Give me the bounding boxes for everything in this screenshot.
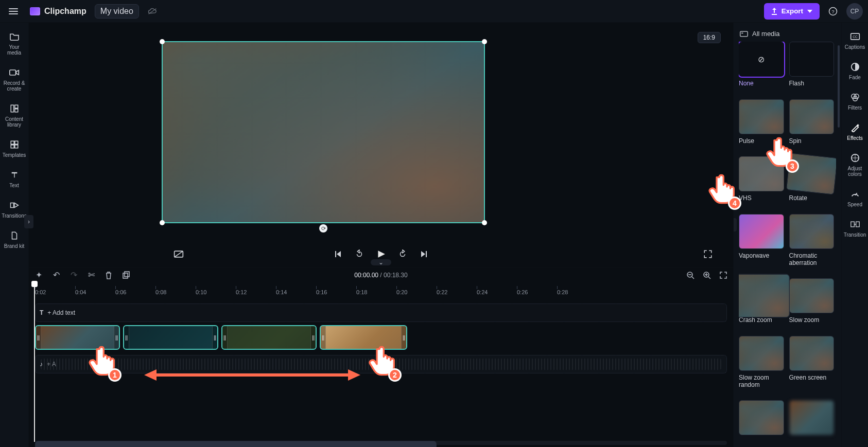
effect-green-screen[interactable]: Green screen: [789, 336, 835, 396]
clip-trim-right[interactable]: ||: [310, 326, 316, 349]
resize-handle-tr[interactable]: [482, 39, 487, 44]
svg-rect-34: [850, 222, 854, 227]
undo-icon[interactable]: ↶: [50, 270, 62, 281]
zoom-in-icon[interactable]: [701, 270, 713, 281]
effect-label: Rotate: [789, 194, 835, 202]
text-track[interactable]: T + Add text: [35, 303, 727, 322]
effect-thumb: [789, 99, 835, 134]
preview-stage: 16:9 ⟳: [29, 23, 733, 264]
effect-slow-zoom-random[interactable]: Slow zoom random: [739, 336, 784, 396]
svg-rect-10: [11, 145, 14, 148]
effect-vaporwave[interactable]: Vaporwave: [739, 214, 784, 274]
timeline-collapse: ⌄: [29, 259, 733, 265]
clip-2[interactable]: || ||: [123, 325, 218, 350]
tutorial-pointer-4: 4: [707, 174, 736, 205]
effect-more-2[interactable]: [789, 400, 835, 442]
effect-spin[interactable]: Spin: [789, 99, 835, 152]
avatar-initials: CP: [850, 8, 859, 15]
clip-trim-left[interactable]: ||: [321, 326, 326, 349]
camera-icon: [9, 67, 20, 78]
prop-filters[interactable]: Filters: [842, 87, 869, 115]
svg-rect-25: [741, 32, 743, 33]
effect-thumb: [789, 336, 835, 371]
aspect-ratio-button[interactable]: 16:9: [698, 32, 721, 43]
media-icon: [740, 31, 748, 37]
video-canvas[interactable]: ⟳: [162, 41, 485, 223]
effect-label: Slow zoom random: [739, 374, 784, 388]
effect-more-1[interactable]: [739, 400, 784, 442]
resize-handle-bl[interactable]: [160, 220, 165, 225]
duplicate-icon[interactable]: [120, 270, 132, 281]
upload-icon: [771, 8, 777, 15]
export-label: Export: [782, 7, 803, 15]
resize-handle-br[interactable]: [482, 220, 487, 225]
clip-trim-left[interactable]: ||: [36, 326, 41, 349]
effect-crash-zoom[interactable]: Crash zoom: [739, 278, 784, 331]
tick-label: 0:04: [75, 289, 86, 295]
effect-flash[interactable]: Flash: [789, 42, 835, 94]
chevron-down-icon[interactable]: ⌄: [371, 259, 391, 265]
prop-transition[interactable]: Transition: [842, 214, 869, 242]
svg-rect-9: [14, 141, 18, 144]
effects-collapse-icon[interactable]: ›: [733, 218, 737, 231]
pointer-number: 2: [388, 368, 402, 382]
prop-adjust-colors[interactable]: Adjust colors: [842, 148, 869, 181]
split-icon[interactable]: ✄: [85, 270, 97, 281]
effect-thumb: [739, 214, 784, 249]
svg-rect-11: [14, 145, 18, 148]
tick-label: 0:18: [356, 289, 367, 295]
effect-label: Flash: [789, 80, 835, 87]
effect-label: Green screen: [789, 374, 835, 381]
fit-zoom-icon[interactable]: [718, 270, 729, 281]
resize-handle-tl[interactable]: [160, 39, 165, 44]
redo-icon[interactable]: ↷: [68, 270, 79, 281]
prop-captions[interactable]: CC Captions: [842, 27, 869, 54]
playhead[interactable]: [34, 282, 35, 442]
nav-content-library[interactable]: Content library: [0, 99, 29, 132]
timeline-scrollbar[interactable]: [35, 441, 727, 445]
nav-your-media[interactable]: Your media: [0, 27, 29, 60]
tick-label: 0:06: [115, 289, 126, 295]
avatar[interactable]: CP: [846, 3, 863, 20]
export-button[interactable]: Export: [764, 3, 820, 20]
prop-speed[interactable]: Speed: [842, 184, 869, 211]
help-icon[interactable]: ?: [825, 3, 841, 20]
tick-label: 0:20: [396, 289, 407, 295]
effects-header[interactable]: All media: [739, 28, 836, 42]
rotate-handle-icon[interactable]: ⟳: [319, 224, 327, 233]
magic-icon[interactable]: ✦: [33, 270, 44, 281]
tick-label: 0:26: [517, 289, 528, 295]
prop-effects[interactable]: Effects: [842, 118, 869, 145]
effect-none[interactable]: ⊘ None: [739, 42, 784, 94]
effects-scrollbar[interactable]: [838, 45, 840, 128]
project-title[interactable]: My video: [95, 4, 139, 19]
folder-icon: [9, 31, 20, 42]
timeline-ruler[interactable]: 0:02 0:04 0:06 0:08 0:10 0:12 0:14 0:16 …: [29, 282, 733, 295]
nav-brand-kit[interactable]: Brand kit: [0, 226, 29, 253]
library-icon: [9, 103, 20, 114]
tick-label: 0:16: [316, 289, 327, 295]
effect-slow-zoom[interactable]: Slow zoom: [789, 278, 835, 331]
svg-text:?: ?: [831, 8, 835, 14]
clip-3[interactable]: || ||: [221, 325, 317, 350]
brand[interactable]: Clipchamp: [27, 6, 90, 17]
clip-trim-right[interactable]: ||: [212, 326, 217, 349]
clip-trim-right[interactable]: ||: [401, 326, 406, 349]
clip-trim-left[interactable]: ||: [124, 326, 129, 349]
hamburger-menu-icon[interactable]: [5, 5, 22, 18]
scrollbar-thumb[interactable]: [35, 441, 437, 447]
playhead-knob[interactable]: [31, 281, 38, 287]
clip-trim-left[interactable]: ||: [222, 326, 228, 349]
prop-fade[interactable]: Fade: [842, 57, 869, 84]
nav-label: Text: [9, 183, 19, 188]
nav-record-create[interactable]: Record & create: [0, 63, 29, 96]
effect-chromatic-aberration[interactable]: Chromatic aberration: [789, 214, 835, 274]
delete-icon[interactable]: [103, 270, 114, 281]
zoom-out-icon[interactable]: [685, 270, 696, 281]
effects-panel: All media › ⊘ None Flash Pulse Spin VHS …: [733, 23, 841, 447]
add-text-starter[interactable]: T + Add text: [40, 309, 75, 316]
nav-text[interactable]: Text: [0, 165, 29, 192]
sync-icon[interactable]: [144, 3, 161, 20]
effect-label: None: [739, 80, 784, 87]
nav-templates[interactable]: Templates: [0, 135, 29, 162]
